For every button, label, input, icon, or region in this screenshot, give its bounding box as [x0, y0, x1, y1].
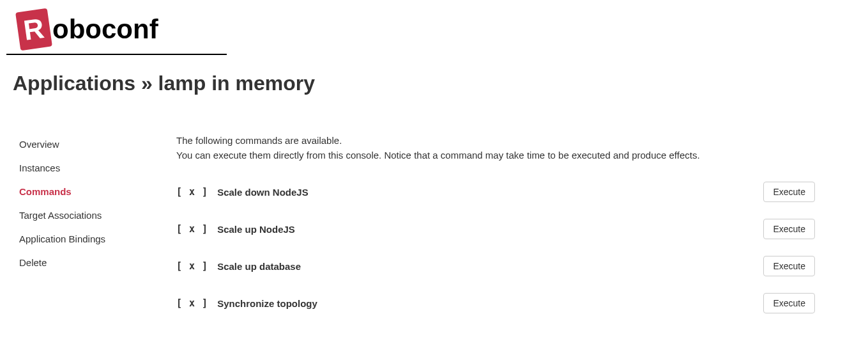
execute-button[interactable]: Execute [763, 219, 815, 239]
command-marker-icon: [ x ] [176, 186, 208, 198]
sidebar-item-instances[interactable]: Instances [19, 157, 153, 178]
command-label: Scale up database [217, 261, 301, 272]
header: R oboconf [6, 6, 227, 55]
command-left: [ x ]Scale up NodeJS [176, 223, 295, 235]
sidebar-item-application-bindings[interactable]: Application Bindings [19, 228, 153, 249]
sidebar: OverviewInstancesCommandsTarget Associat… [19, 134, 153, 330]
breadcrumb: Applications » lamp in memory [13, 72, 855, 95]
intro-line-2: You can execute them directly from this … [176, 148, 815, 163]
command-left: [ x ]Scale down NodeJS [176, 186, 308, 198]
command-left: [ x ]Scale up database [176, 260, 301, 272]
intro-line-1: The following commands are available. [176, 134, 815, 148]
sidebar-item-overview[interactable]: Overview [19, 134, 153, 155]
execute-button[interactable]: Execute [763, 293, 815, 313]
command-row: [ x ]Scale up databaseExecute [176, 256, 815, 276]
command-marker-icon: [ x ] [176, 223, 208, 235]
logo-text: oboconf [52, 14, 158, 45]
sidebar-item-commands[interactable]: Commands [19, 181, 153, 202]
command-label: Scale up NodeJS [217, 224, 295, 235]
execute-button[interactable]: Execute [763, 182, 815, 202]
command-label: Scale down NodeJS [217, 187, 308, 198]
sidebar-item-target-associations[interactable]: Target Associations [19, 205, 153, 226]
execute-button[interactable]: Execute [763, 256, 815, 276]
command-row: [ x ]Scale up NodeJSExecute [176, 219, 815, 239]
breadcrumb-section[interactable]: Applications [13, 72, 135, 95]
commands-list: [ x ]Scale down NodeJSExecute[ x ]Scale … [176, 182, 815, 313]
command-left: [ x ]Synchronize topology [176, 297, 317, 309]
sidebar-item-delete[interactable]: Delete [19, 252, 153, 273]
command-label: Synchronize topology [217, 298, 317, 309]
logo-r-icon: R [15, 8, 52, 51]
logo[interactable]: R oboconf [18, 10, 227, 49]
command-row: [ x ]Synchronize topologyExecute [176, 293, 815, 313]
intro-text: The following commands are available. Yo… [176, 134, 815, 162]
command-marker-icon: [ x ] [176, 297, 208, 309]
breadcrumb-item: lamp in memory [158, 72, 315, 95]
main-content: The following commands are available. Yo… [176, 134, 815, 330]
command-row: [ x ]Scale down NodeJSExecute [176, 182, 815, 202]
command-marker-icon: [ x ] [176, 260, 208, 272]
breadcrumb-separator: » [141, 72, 153, 95]
